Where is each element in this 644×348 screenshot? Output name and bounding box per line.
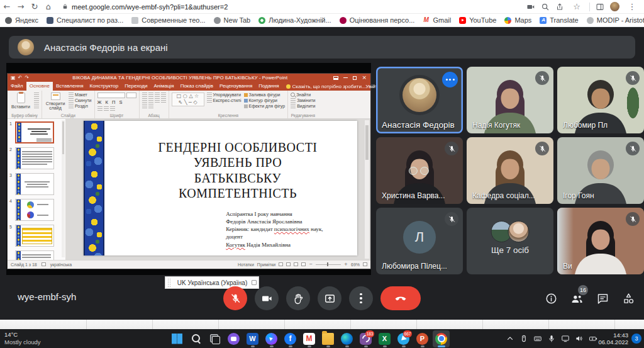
- current-slide[interactable]: ГЕНДЕРНІ ОСОБЛИВОСТІ УЯВЛЕНЬ ПРО БАТЬКІВ…: [84, 121, 357, 255]
- bookmark-translate[interactable]: Translate: [540, 16, 578, 24]
- slide-sorter-icon[interactable]: [286, 262, 291, 266]
- zoom-slider[interactable]: [316, 264, 341, 265]
- notification-count-badge[interactable]: 3: [631, 334, 641, 344]
- clock-widget[interactable]: 14:43 06.04.2022: [598, 332, 628, 346]
- bookmark-liudyna[interactable]: Людина-Художній...: [258, 16, 331, 24]
- minimize-icon[interactable]: [343, 77, 348, 78]
- bullets-icon[interactable]: [142, 93, 147, 97]
- reading-view-icon[interactable]: [294, 262, 298, 266]
- bookmark-yandex[interactable]: Яндекс: [5, 16, 38, 24]
- comments-button[interactable]: Примітки: [257, 262, 275, 267]
- weather-widget[interactable]: 14°C Mostly cloudy: [4, 331, 41, 346]
- font-size-box[interactable]: [126, 93, 136, 98]
- section-button[interactable]: Розділ: [69, 104, 92, 108]
- start-button[interactable]: [169, 330, 186, 347]
- bookmark-newtab[interactable]: New Tab: [214, 16, 251, 24]
- columns-icon[interactable]: [142, 104, 147, 108]
- tab-insert[interactable]: Вставлення: [53, 82, 87, 91]
- fit-slide-icon[interactable]: [363, 262, 367, 266]
- bookmark-gmail[interactable]: Gmail: [423, 16, 451, 24]
- justify-icon[interactable]: [161, 98, 166, 103]
- teams-chat-button[interactable]: [225, 330, 242, 347]
- tab-transitions[interactable]: Переходи: [121, 82, 150, 91]
- thumbnail-slide-6[interactable]: [9, 250, 59, 260]
- tab-file[interactable]: Файл: [8, 82, 26, 91]
- text-direction-icon[interactable]: [148, 104, 153, 108]
- bookmark-otsiniuvannia[interactable]: Оцінювання персо...: [340, 16, 415, 24]
- zoom-icon[interactable]: [541, 3, 550, 11]
- chrome-button[interactable]: [433, 330, 450, 347]
- proofing-language[interactable]: українська: [50, 262, 72, 267]
- tab-animations[interactable]: Анімація: [150, 82, 177, 91]
- hidden-icons-chevron[interactable]: [506, 334, 514, 343]
- tab-design[interactable]: Конструктор: [87, 82, 122, 91]
- profile-avatar[interactable]: [610, 2, 619, 11]
- forward-icon[interactable]: [14, 0, 28, 14]
- replace-button[interactable]: Замінити: [291, 98, 315, 103]
- present-button[interactable]: [318, 286, 341, 310]
- file-explorer-button[interactable]: [319, 330, 336, 347]
- select-button[interactable]: Виділити: [291, 104, 315, 108]
- bookmark-specialist[interactable]: Специалист по раз...: [47, 16, 123, 24]
- zoom-in-button[interactable]: +: [344, 262, 348, 267]
- tile-kafedra[interactable]: Кафедра соціал...: [467, 137, 553, 204]
- back-icon[interactable]: [0, 0, 14, 14]
- slideshow-icon[interactable]: [301, 262, 306, 266]
- side-panel-icon[interactable]: [596, 3, 604, 11]
- thumbnail-slide-1[interactable]: 1: [9, 121, 59, 143]
- display-settings-icon[interactable]: [42, 262, 46, 266]
- tab-view[interactable]: Подання: [255, 82, 282, 91]
- tile-you[interactable]: Ви: [557, 208, 644, 274]
- telegram-button[interactable]: 667: [395, 330, 412, 347]
- indent-icon[interactable]: [155, 93, 160, 97]
- thumbnail-slide-4[interactable]: 4: [9, 199, 59, 221]
- zoom-out-button[interactable]: −: [309, 262, 313, 267]
- find-button[interactable]: Знайти: [291, 93, 315, 97]
- font-color-icon[interactable]: [104, 106, 109, 111]
- messenger-button[interactable]: [263, 330, 280, 347]
- edge-button[interactable]: [338, 330, 355, 347]
- tile-liubomyr[interactable]: Любомир Пл: [557, 67, 644, 133]
- display-cast-icon[interactable]: [561, 334, 570, 343]
- camera-toggle-button[interactable]: [255, 286, 279, 310]
- tab-capture-icon[interactable]: [526, 3, 535, 11]
- tile-ihor-hoian[interactable]: Ігор Гоян: [557, 137, 644, 204]
- layout-button[interactable]: Макет: [69, 93, 92, 97]
- clear-format-icon[interactable]: [110, 106, 115, 111]
- excel-button[interactable]: [376, 330, 393, 347]
- meeting-details-button[interactable]: [545, 292, 558, 305]
- chat-button[interactable]: [596, 292, 609, 305]
- share-icon[interactable]: [555, 3, 564, 11]
- quick-styles-button[interactable]: Експрес-стилі: [207, 98, 242, 103]
- zoom-level[interactable]: 69%: [351, 262, 360, 267]
- home-icon[interactable]: [42, 0, 55, 14]
- bookmark-modip[interactable]: MODIP - Aristotle...: [587, 16, 644, 24]
- arrange-button[interactable]: Упорядкувати: [207, 93, 242, 97]
- battery-icon[interactable]: [589, 334, 597, 343]
- participants-button[interactable]: 16: [570, 292, 584, 305]
- align-right-icon[interactable]: [155, 98, 160, 103]
- align-center-icon[interactable]: [148, 98, 153, 103]
- mail-button[interactable]: [301, 330, 318, 347]
- tile-menu-button[interactable]: [442, 72, 458, 87]
- bookmark-youtube[interactable]: YouTube: [459, 16, 496, 24]
- address-bar[interactable]: meet.google.com/wye-embf-syh?pli=1&authu…: [62, 3, 526, 11]
- more-options-button[interactable]: [349, 286, 373, 310]
- address-url[interactable]: meet.google.com/wye-embf-syh?pli=1&authu…: [72, 3, 228, 11]
- text-highlight-icon[interactable]: [97, 106, 103, 111]
- shape-fill-button[interactable]: Заливка фігури: [244, 93, 286, 97]
- activities-button[interactable]: [622, 292, 635, 305]
- volume-icon[interactable]: [575, 334, 584, 343]
- task-view-button[interactable]: [206, 330, 223, 347]
- notes-button[interactable]: Нотатки: [238, 262, 254, 267]
- drag-handle[interactable]: [167, 278, 171, 287]
- save-icon[interactable]: [11, 74, 16, 82]
- normal-view-icon[interactable]: [279, 262, 283, 266]
- tab-home[interactable]: Основне: [26, 82, 53, 91]
- reset-button[interactable]: Скинути: [69, 98, 92, 103]
- bookmark-star-icon[interactable]: [570, 0, 584, 14]
- tile-liubomyra[interactable]: Л Любомира Пілец...: [376, 208, 463, 274]
- undo-icon[interactable]: [18, 74, 23, 82]
- thumbnail-slide-5[interactable]: 5: [9, 225, 59, 247]
- powerpoint-button[interactable]: [414, 330, 431, 347]
